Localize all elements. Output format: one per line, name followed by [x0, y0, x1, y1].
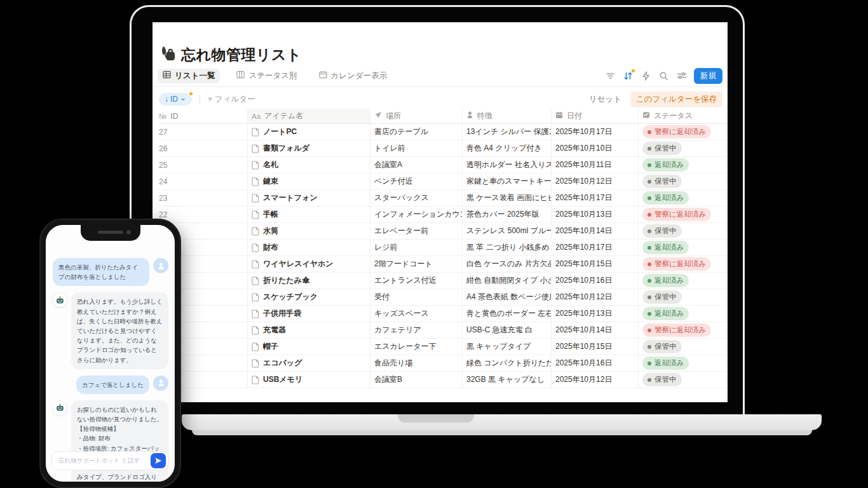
sort-chip-label: ID — [170, 95, 178, 104]
save-filter-button[interactable]: このフィルターを保存 — [630, 92, 722, 107]
message-bubble: カフェで落としました — [76, 376, 149, 394]
message-bubble: 恐れ入ります。もう少し詳しく教えていただけますか？例えば、失くした日時や場所を教… — [71, 292, 168, 369]
cell-date: 2025年10月12日 — [552, 173, 639, 189]
cell-status: 保管中 — [639, 140, 721, 156]
column-label: 日付 — [567, 111, 582, 121]
cell-id: 23 — [159, 190, 248, 206]
table-row[interactable]: 23スマートフォンスターバックス黒 ケース装着 画面にヒビなし2025年10月1… — [159, 190, 728, 207]
cell-features: 32GB 黒 キャップなし — [463, 372, 552, 388]
cell-features: 13インチ シルバー 保護ステッ — [463, 124, 552, 140]
cell-status: 警察に返却済み — [639, 124, 721, 140]
bot-avatar — [52, 400, 67, 416]
cell-status: 保管中 — [639, 289, 721, 305]
status-badge: 警察に返却済み — [642, 208, 711, 220]
table-row[interactable]: 16子供用手袋キッズスペース青と黄色のボーダー 左右セット2025年10月13日… — [159, 306, 728, 322]
divider — [153, 86, 728, 87]
status-badge: 保管中 — [642, 224, 682, 237]
tab-calendar-view[interactable]: カレンダー表示 — [314, 69, 393, 83]
cell-place: エレベーター前 — [370, 223, 463, 239]
mockup-canvas: 忘れ物管理リスト リスト一覧 — [0, 0, 868, 488]
table-row[interactable]: 21水筒エレベーター前ステンレス 500ml ブルー2025年10月14日保管中 — [159, 223, 728, 240]
status-badge: 返却済み — [642, 307, 689, 320]
column-header-item[interactable]: Aa アイテム名 — [248, 109, 370, 123]
tab-list-view[interactable]: リスト一覧 — [158, 69, 220, 83]
table-row[interactable]: 20財布レジ前黒 革 二つ折り 小銭多め2025年10月17日返却済み — [159, 240, 728, 256]
status-badge: 返却済み — [642, 158, 689, 171]
status-badge: 警察に返却済み — [642, 125, 711, 138]
cell-date: 2025年10月13日 — [552, 207, 639, 222]
cell-status: 返却済み — [639, 240, 721, 255]
filter-lines-icon[interactable] — [605, 71, 616, 81]
send-button[interactable] — [151, 453, 166, 468]
cell-item: 子供用手袋 — [248, 306, 370, 322]
add-filter-button[interactable]: + フィルター — [208, 94, 255, 105]
laptop-base-notch — [398, 414, 474, 423]
chat-input-placeholder: 忘れ物サポートボット と話す — [58, 457, 151, 465]
table-row[interactable]: 18折りたたみ傘エントランス付近紺色 自動開閉タイプ 小さな傷2025年10月1… — [159, 273, 728, 289]
arrow-down-icon: ↓ — [165, 95, 168, 104]
column-header-date[interactable]: 日付 — [552, 109, 639, 123]
tab-label: リスト一覧 — [175, 71, 215, 81]
tab-status-board[interactable]: ステータス別 — [231, 69, 302, 83]
cell-date: 2025年10月12日 — [552, 372, 639, 388]
cell-date: 2025年10月17日 — [552, 240, 639, 255]
table-row[interactable]: 24鍵束ベンチ付近家鍵と車のスマートキー 青いキ2025年10月12日保管中 — [159, 173, 728, 190]
cell-status: 警察に返却済み — [639, 322, 721, 338]
table-row[interactable]: 22手帳インフォメーションカウンター茶色カバー 2025年版2025年10月13… — [159, 207, 728, 223]
cell-item: スケッチブック — [248, 289, 370, 305]
cell-item: 折りたたみ傘 — [248, 273, 370, 288]
numero-icon: № — [159, 112, 166, 120]
column-header-status[interactable]: ステータス — [639, 109, 721, 123]
cell-place: 会議室B — [370, 372, 463, 388]
user-message: カフェで落としました — [52, 376, 168, 394]
bot-message: 恐れ入ります。もう少し詳しく教えていただけますか？例えば、失くした日時や場所を教… — [52, 292, 168, 369]
table-row[interactable]: 13エコバッグ食品売り場緑色 コンパクト折りたたみ2025年10月16日返却済み — [159, 355, 728, 372]
column-header-place[interactable]: 場所 — [370, 109, 463, 123]
notification-dot — [631, 69, 635, 73]
table-body: 27ノートPC書店のテーブル13インチ シルバー 保護ステッ2025年10月17… — [159, 124, 728, 388]
new-button[interactable]: 新規 — [694, 68, 722, 84]
page-title: 忘れ物管理リスト — [181, 45, 302, 65]
table-header-row: № ID Aa アイテム名 場所 — [159, 109, 728, 124]
cell-features: 黒 革 二つ折り 小銭多め — [463, 240, 552, 255]
status-badge: 保管中 — [642, 142, 682, 154]
table-row[interactable]: 25名札会議室A透明ホルダー 社名入りストラッ2025年10月11日返却済み — [159, 157, 728, 173]
table-row[interactable]: 15充電器カフェテリアUSB-C 急速充電 白2025年10月14日警察に返却済… — [159, 322, 728, 339]
cell-status: 返却済み — [639, 190, 721, 206]
cell-features: 家鍵と車のスマートキー 青いキ — [463, 173, 552, 189]
table-row[interactable]: 17スケッチブック受付A4 茶色表紙 数ページ使用済み2025年10月12日保管… — [159, 289, 728, 306]
search-icon[interactable] — [658, 71, 669, 81]
column-header-id[interactable]: № ID — [159, 109, 248, 123]
cell-place: レジ前 — [370, 240, 463, 255]
table-row[interactable]: 12USBメモリ会議室B32GB 黒 キャップなし2025年10月12日保管中 — [159, 372, 728, 388]
table-row[interactable]: 27ノートPC書店のテーブル13インチ シルバー 保護ステッ2025年10月17… — [159, 124, 728, 140]
cell-item: 充電器 — [248, 322, 370, 338]
table-row[interactable]: 26書類フォルダトイレ前青色 A4 クリップ付き2025年10月10日保管中 — [159, 140, 728, 157]
user-avatar — [153, 376, 168, 391]
status-badge: 保管中 — [642, 373, 682, 386]
cell-features: USB-C 急速充電 白 — [463, 322, 552, 338]
table-row[interactable]: 19ワイヤレスイヤホン2階フードコート白色 ケースのみ 片方欠品2025年10月… — [159, 256, 728, 273]
sort-chip[interactable]: ↓ ID ⌄ — [159, 93, 192, 105]
cell-date: 2025年10月15日 — [552, 339, 639, 355]
cell-features: 茶色カバー 2025年版 — [463, 207, 552, 222]
cell-date: 2025年10月16日 — [552, 355, 639, 371]
table-row[interactable]: 14帽子エスカレーター下黒 キャップタイプ2025年10月15日保管中 — [159, 339, 728, 355]
sliders-icon[interactable] — [676, 71, 687, 81]
cell-place: キッズスペース — [370, 306, 463, 322]
column-label: ID — [170, 112, 178, 121]
chat-input[interactable]: 忘れ物サポートボット と話す — [51, 451, 169, 470]
lightning-icon[interactable] — [641, 71, 651, 81]
cell-features: 青色 A4 クリップ付き — [463, 140, 552, 156]
reset-button[interactable]: リセット — [589, 94, 621, 105]
cell-date: 2025年10月17日 — [552, 190, 639, 206]
cell-date: 2025年10月16日 — [552, 273, 639, 288]
cell-status: 保管中 — [639, 339, 721, 355]
status-badge: 返却済み — [642, 356, 689, 369]
cell-status: 警察に返却済み — [639, 256, 721, 272]
cell-place: 会議室A — [370, 157, 463, 173]
cell-place: 食品売り場 — [370, 355, 463, 371]
column-header-features[interactable]: 特徴 — [463, 109, 552, 123]
sort-icon[interactable] — [623, 71, 634, 81]
cell-date: 2025年10月10日 — [552, 140, 639, 156]
